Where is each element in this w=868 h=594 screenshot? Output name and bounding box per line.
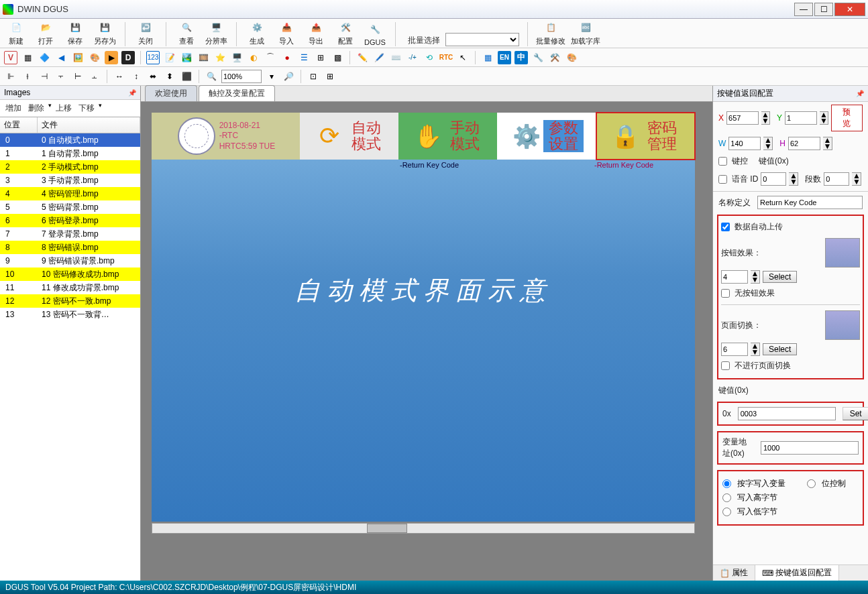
table-row[interactable]: 99 密码错误背景.bmp <box>0 254 140 268</box>
plusminus-icon[interactable]: -/+ <box>406 51 419 64</box>
x-spinner[interactable]: ▲▼ <box>761 111 770 125</box>
radio-bit-ctrl[interactable] <box>807 479 816 488</box>
table-row[interactable]: 1111 修改成功背景.bmp <box>0 281 140 294</box>
table-row[interactable]: 22 手动模式.bmp <box>0 160 140 174</box>
image-icon[interactable]: 🏞️ <box>180 51 193 64</box>
table-row[interactable]: 1212 密码不一致.bmp <box>0 294 140 308</box>
same-size-icon[interactable]: ⬛ <box>180 70 193 83</box>
w-input[interactable] <box>728 137 761 150</box>
name-def-input[interactable] <box>757 196 863 209</box>
page-switch-input[interactable] <box>721 343 748 356</box>
export-button[interactable]: 📤导出 <box>304 19 328 46</box>
rtc-icon[interactable]: RTC <box>439 51 453 64</box>
dist-v-icon[interactable]: ↕ <box>129 70 143 83</box>
move-up-button[interactable]: 上移 <box>53 102 74 115</box>
tab-welcome[interactable]: 欢迎使用 <box>145 85 197 101</box>
keyctrl-checkbox[interactable] <box>718 157 727 166</box>
palette-icon[interactable]: 🎨 <box>565 51 578 64</box>
screen2-icon[interactable]: ⊞ <box>323 70 337 83</box>
tool-d-icon[interactable]: D <box>121 51 135 64</box>
page-switch-select[interactable]: Select <box>763 343 797 355</box>
config-button[interactable]: 🛠️配置 <box>333 19 358 46</box>
voice-id-input[interactable] <box>761 172 786 186</box>
canvas-password-button[interactable]: 🔒 密码管理 <box>596 113 695 160</box>
radio-write-high[interactable] <box>722 493 731 502</box>
zoom-fit-icon[interactable]: ▾ <box>265 70 278 83</box>
grid-icon[interactable]: ⊞ <box>314 51 327 64</box>
tool-icon-3[interactable]: ◀ <box>54 51 68 64</box>
new-button[interactable]: 📄新建 <box>4 19 28 46</box>
canvas-h-scrollbar[interactable] <box>152 523 695 534</box>
import-button[interactable]: 📥导入 <box>274 19 299 46</box>
table-row[interactable]: 00 自动模式.bmp <box>0 133 140 147</box>
table-row[interactable]: 77 登录背景.bmp <box>0 227 140 241</box>
voice-checkbox[interactable] <box>718 175 727 184</box>
generate-button[interactable]: ⚙️生成 <box>245 19 269 46</box>
table-row[interactable]: 11 自动背景.bmp <box>0 147 140 160</box>
align-center-h-icon[interactable]: ⫲ <box>21 70 34 83</box>
bottom-tab-keyreturn[interactable]: ⌨按键值返回配置 <box>755 565 839 581</box>
save-as-button[interactable]: 💾另存为 <box>93 19 117 46</box>
no-btn-effect-checkbox[interactable] <box>721 289 730 298</box>
tool-icon-5[interactable]: 🎨 <box>88 51 101 64</box>
zh-icon[interactable]: 中 <box>514 51 528 64</box>
tools-icon[interactable]: ⚒️ <box>548 51 561 64</box>
table-row[interactable]: 66 密码登录.bmp <box>0 214 140 227</box>
num-icon[interactable]: 123 <box>146 51 160 64</box>
table-row[interactable]: 33 手动背景.bmp <box>0 174 140 187</box>
resolution-button[interactable]: 🖥️分辨率 <box>204 19 228 46</box>
align-center-v-icon[interactable]: ⊢ <box>71 70 85 83</box>
pin-icon[interactable]: 📌 <box>128 89 136 97</box>
canvas-param-button[interactable]: ⚙️ 参数设置 <box>497 113 596 160</box>
screen1-icon[interactable]: ⊡ <box>307 70 320 83</box>
key-hex-input[interactable] <box>738 407 836 420</box>
move-down-button[interactable]: 下移 <box>76 102 97 115</box>
set-button[interactable]: Set <box>843 407 868 420</box>
save-button[interactable]: 💾保存 <box>63 19 87 46</box>
load-font-button[interactable]: 🔤加载字库 <box>571 19 600 46</box>
align-top-icon[interactable]: ⫟ <box>54 70 68 83</box>
auto-upload-checkbox[interactable] <box>721 223 730 231</box>
btn-effect-input[interactable] <box>721 270 748 284</box>
cursor-icon[interactable]: ↖ <box>456 51 470 64</box>
btn-effect-select[interactable]: Select <box>763 271 797 283</box>
dist-h-icon[interactable]: ↔ <box>113 70 126 83</box>
close-project-button[interactable]: ↩️关闭 <box>133 19 158 46</box>
sync-icon[interactable]: ⟲ <box>423 51 436 64</box>
table-row[interactable]: 1010 密码修改成功.bmp <box>0 268 140 281</box>
edit-icon[interactable]: ✏️ <box>356 51 369 64</box>
text-icon[interactable]: 📝 <box>163 51 176 64</box>
en-icon[interactable]: EN <box>498 51 511 64</box>
gauge-icon[interactable]: ◐ <box>247 51 260 64</box>
same-w-icon[interactable]: ⬌ <box>146 70 160 83</box>
preview-button[interactable]: 预览 <box>831 105 863 131</box>
anim-icon[interactable]: 🎞️ <box>197 51 210 64</box>
var-addr-input[interactable] <box>761 441 859 455</box>
open-button[interactable]: 📂打开 <box>34 19 58 46</box>
table-row[interactable]: 1313 密码不一致背… <box>0 308 140 321</box>
table-row[interactable]: 44 密码管理.bmp <box>0 187 140 200</box>
maximize-button[interactable]: ☐ <box>814 3 833 16</box>
tab-touch-var[interactable]: 触控及变量配置 <box>199 85 275 101</box>
minimize-button[interactable]: — <box>794 3 813 16</box>
canvas-datetime-widget[interactable]: 2018-08-21 -RTC HRTC5:59 TUE <box>152 113 300 160</box>
radio-write-low[interactable] <box>722 508 731 516</box>
list-icon[interactable]: ☰ <box>297 51 311 64</box>
delete-image-button[interactable]: 删除 <box>25 102 47 115</box>
tool-icon-2[interactable]: 🔷 <box>38 51 51 64</box>
tool-icon-1[interactable]: ▦ <box>21 51 34 64</box>
align-right-icon[interactable]: ⊣ <box>38 70 51 83</box>
brush-icon[interactable]: 🖊️ <box>372 51 386 64</box>
input-icon[interactable]: ⌨️ <box>389 51 402 64</box>
h-input[interactable] <box>788 137 820 150</box>
radio-write-word[interactable] <box>722 479 731 488</box>
zoom-out-icon[interactable]: 🔍 <box>205 70 218 83</box>
table-row[interactable]: 88 密码错误.bmp <box>0 241 140 254</box>
var-icon[interactable]: V <box>4 51 17 64</box>
wrench-icon[interactable]: 🔧 <box>531 51 545 64</box>
qr-icon[interactable]: ▩ <box>331 51 344 64</box>
add-image-button[interactable]: 增加 <box>3 102 24 115</box>
icon-icon[interactable]: ⭐ <box>213 51 227 64</box>
monitor-icon[interactable]: 🖥️ <box>230 51 243 64</box>
zoom-combo[interactable] <box>221 70 262 83</box>
